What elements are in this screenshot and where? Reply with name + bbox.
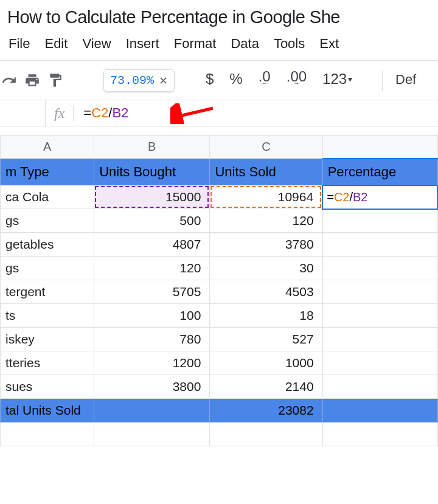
paint-format-icon[interactable] bbox=[44, 69, 67, 92]
col-header-a[interactable]: A bbox=[1, 136, 94, 159]
col-header-d[interactable] bbox=[322, 136, 437, 159]
toolbar: 73.09% ✕ $ % .0← .00→ 123▾ Def bbox=[0, 61, 438, 100]
table-row[interactable]: tergent 5705 4503 bbox=[1, 280, 438, 304]
menu-data[interactable]: Data bbox=[223, 36, 266, 52]
menu-view[interactable]: View bbox=[75, 36, 118, 52]
increase-decimal-button[interactable]: .00→ bbox=[282, 70, 311, 88]
toolbar-separator bbox=[382, 71, 383, 91]
formula-bar: fx =C2/B2 bbox=[0, 100, 438, 126]
menu-format[interactable]: Format bbox=[167, 36, 224, 52]
more-formats-button[interactable]: 123▾ bbox=[318, 68, 357, 90]
fx-icon: fx bbox=[46, 105, 73, 122]
header-units-bought[interactable]: Units Bought bbox=[94, 159, 210, 185]
total-label[interactable]: tal Units Sold bbox=[1, 399, 94, 423]
table-row[interactable]: getables 4807 3780 bbox=[1, 233, 438, 257]
number-format-group: $ % .0← .00→ 123▾ bbox=[201, 68, 357, 90]
cell-c2[interactable]: 10964 bbox=[210, 185, 322, 209]
col-header-b[interactable]: B bbox=[94, 136, 210, 159]
menu-extensions[interactable]: Ext bbox=[312, 36, 346, 52]
menu-file[interactable]: File bbox=[0, 36, 37, 52]
menubar: File Edit View Insert Format Data Tools … bbox=[0, 32, 438, 60]
spreadsheet-grid[interactable]: A B C m Type Units Bought Units Sold Per… bbox=[0, 135, 438, 446]
close-icon[interactable]: ✕ bbox=[159, 74, 168, 88]
cell-d2-active[interactable]: =C2/B2 bbox=[322, 185, 437, 209]
header-item-type[interactable]: m Type bbox=[1, 159, 94, 185]
empty-row[interactable] bbox=[1, 423, 438, 446]
annotation-arrow-icon bbox=[170, 103, 219, 124]
table-row[interactable]: tteries 1200 1000 bbox=[1, 351, 438, 375]
print-icon[interactable] bbox=[21, 69, 44, 92]
table-row[interactable]: gs 120 30 bbox=[1, 257, 438, 280]
redo-icon[interactable] bbox=[0, 69, 21, 92]
page-title: How to Calculate Percentage in Google Sh… bbox=[0, 0, 438, 32]
header-units-sold[interactable]: Units Sold bbox=[210, 159, 322, 185]
table-row[interactable]: iskey 780 527 bbox=[1, 328, 438, 351]
total-row[interactable]: tal Units Sold 23082 bbox=[1, 399, 438, 423]
decrease-decimal-button[interactable]: .0← bbox=[254, 70, 276, 88]
table-row[interactable]: gs 500 120 bbox=[1, 209, 438, 233]
table-row[interactable]: sues 3800 2140 bbox=[1, 375, 438, 399]
formula-result-value: 73.09% bbox=[110, 74, 154, 88]
menu-edit[interactable]: Edit bbox=[37, 36, 75, 52]
header-percentage[interactable]: Percentage bbox=[322, 159, 437, 185]
name-box[interactable] bbox=[0, 100, 46, 126]
menu-tools[interactable]: Tools bbox=[266, 36, 312, 52]
table-row[interactable]: ca Cola 15000 10964 =C2/B2 bbox=[1, 185, 438, 209]
svg-line-1 bbox=[176, 108, 213, 117]
menu-insert[interactable]: Insert bbox=[119, 36, 167, 52]
table-header-row[interactable]: m Type Units Bought Units Sold Percentag… bbox=[1, 159, 438, 185]
cell-b2[interactable]: 15000 bbox=[94, 185, 210, 209]
table-row[interactable]: ts 100 18 bbox=[1, 304, 438, 328]
col-header-c[interactable]: C bbox=[210, 136, 322, 159]
currency-button[interactable]: $ bbox=[201, 68, 218, 90]
cell-a2[interactable]: ca Cola bbox=[1, 185, 94, 209]
percent-button[interactable]: % bbox=[224, 68, 247, 90]
column-headers[interactable]: A B C bbox=[1, 136, 438, 159]
formula-input[interactable]: =C2/B2 bbox=[74, 105, 128, 121]
total-value[interactable]: 23082 bbox=[210, 399, 322, 423]
formula-result-tooltip: 73.09% ✕ bbox=[103, 69, 175, 92]
font-family-selector[interactable]: Def bbox=[395, 72, 416, 88]
